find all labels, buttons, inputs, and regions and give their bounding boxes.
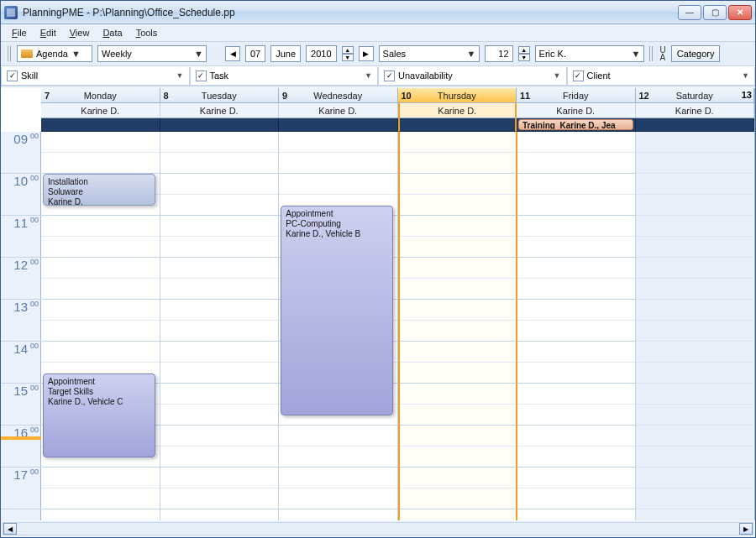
time-slot[interactable] [279, 153, 397, 174]
scroll-right-button[interactable]: ▶ [739, 523, 753, 535]
time-slot[interactable] [400, 384, 516, 405]
time-slot[interactable] [160, 363, 279, 384]
time-slot[interactable] [517, 174, 636, 195]
time-slot[interactable] [636, 467, 754, 488]
menu-file[interactable]: File [6, 26, 33, 39]
day-column[interactable] [517, 132, 637, 520]
checkbox-icon[interactable]: ✓ [196, 71, 207, 81]
calendar-event[interactable]: AppointmentTarget SkillsKarine D., Vehic… [43, 373, 155, 457]
close-button[interactable]: ✕ [728, 5, 752, 20]
date-next-button[interactable]: ▶ [359, 46, 374, 61]
checkbox-icon[interactable]: ✓ [384, 71, 395, 81]
time-slot[interactable] [400, 153, 516, 174]
time-slot[interactable] [160, 153, 279, 174]
day-header[interactable]: 9Wednesday [279, 88, 398, 103]
time-slot[interactable] [636, 153, 754, 174]
allday-cell[interactable] [636, 118, 755, 132]
time-slot[interactable] [400, 258, 516, 279]
time-slot[interactable] [517, 195, 636, 216]
time-slot[interactable] [279, 426, 397, 447]
scroll-left-button[interactable]: ◀ [3, 523, 17, 535]
time-slot[interactable] [160, 405, 279, 426]
filter-client[interactable]: ✓ Client ▼ [567, 67, 756, 86]
time-slot[interactable] [636, 258, 754, 279]
day-column[interactable] [160, 132, 280, 520]
menu-tools[interactable]: Tools [130, 26, 164, 39]
time-slot[interactable] [636, 321, 754, 342]
time-slot[interactable] [517, 488, 636, 509]
calendar-event[interactable]: AppointmentPC-ComputingKarine D., Vehicl… [281, 206, 393, 415]
time-slot[interactable] [636, 237, 754, 258]
allday-cell[interactable]: Training Karine D., Jea [517, 118, 636, 132]
count-spinner[interactable]: ▲ ▼ [518, 46, 530, 61]
category-button[interactable]: Category [671, 45, 721, 62]
date-down-button[interactable]: ▼ [342, 54, 354, 61]
time-slot[interactable] [41, 342, 160, 363]
day-header[interactable]: 10Thursday [398, 88, 517, 103]
time-slot[interactable] [160, 300, 279, 321]
day-header[interactable]: 7Monday [41, 88, 160, 103]
time-slot[interactable] [400, 132, 516, 153]
time-slot[interactable] [41, 467, 160, 488]
time-slot[interactable] [160, 321, 279, 342]
time-slot[interactable] [41, 258, 160, 279]
time-slot[interactable] [400, 279, 516, 300]
time-slot[interactable] [636, 384, 754, 405]
time-slot[interactable] [517, 405, 636, 426]
allday-event[interactable]: Training Karine D., Jea [518, 119, 633, 130]
time-slot[interactable] [160, 467, 279, 488]
checkbox-icon[interactable]: ✓ [573, 71, 584, 81]
time-slot[interactable] [517, 467, 636, 488]
day-header[interactable]: 12Saturday [636, 88, 755, 103]
time-slot[interactable] [160, 216, 279, 237]
time-slot[interactable] [279, 132, 397, 153]
day-column[interactable] [398, 132, 517, 520]
count-down-button[interactable]: ▼ [518, 54, 530, 61]
filter-unavailability[interactable]: ✓ Unavailability ▼ [378, 67, 567, 86]
allday-cell[interactable] [41, 118, 160, 132]
time-slot[interactable] [517, 132, 636, 153]
menu-edit[interactable]: Edit [34, 26, 62, 39]
time-slot[interactable] [41, 300, 160, 321]
menu-view[interactable]: View [64, 26, 96, 39]
time-slot[interactable] [41, 132, 160, 153]
time-slot[interactable] [160, 279, 279, 300]
day-header[interactable]: 11Friday [517, 88, 636, 103]
department-dropdown[interactable]: Sales ▼ [379, 45, 480, 62]
time-slot[interactable] [41, 216, 160, 237]
time-slot[interactable] [400, 488, 516, 509]
time-slot[interactable] [160, 195, 279, 216]
time-slot[interactable] [400, 405, 516, 426]
toolbar-grip[interactable] [8, 46, 12, 61]
allday-cell[interactable] [398, 118, 517, 132]
time-slot[interactable] [400, 467, 516, 488]
time-slot[interactable] [41, 153, 160, 174]
time-slot[interactable] [279, 447, 397, 467]
horizontal-scrollbar[interactable]: ◀ ▶ [3, 522, 753, 535]
time-slot[interactable] [517, 237, 636, 258]
time-slot[interactable] [160, 258, 279, 279]
day-column[interactable] [636, 132, 754, 520]
time-slot[interactable] [160, 174, 279, 195]
period-dropdown[interactable]: Weekly ▼ [97, 45, 207, 62]
maximize-button[interactable]: ▢ [703, 5, 727, 20]
time-slot[interactable] [160, 132, 279, 153]
toolbar-grip[interactable] [649, 46, 654, 61]
time-slot[interactable] [160, 384, 279, 405]
resource-header[interactable]: Karine D. [517, 103, 636, 118]
time-slot[interactable] [517, 321, 636, 342]
date-up-button[interactable]: ▲ [342, 46, 354, 54]
time-slot[interactable] [517, 447, 636, 467]
resource-header[interactable]: Karine D. [279, 103, 398, 118]
time-slot[interactable] [400, 321, 516, 342]
menu-data[interactable]: Data [97, 26, 128, 39]
time-slot[interactable] [279, 467, 397, 488]
time-slot[interactable] [517, 426, 636, 447]
date-picker[interactable]: 07 June 2010 [245, 45, 337, 62]
time-slot[interactable] [517, 216, 636, 237]
calendar-body[interactable]: 090010001100120013001400150016001700 Ins… [1, 132, 754, 520]
time-slot[interactable] [41, 321, 160, 342]
allday-cell[interactable] [160, 118, 280, 132]
time-slot[interactable] [636, 488, 754, 509]
ua-toggle[interactable]: U A [660, 46, 666, 61]
